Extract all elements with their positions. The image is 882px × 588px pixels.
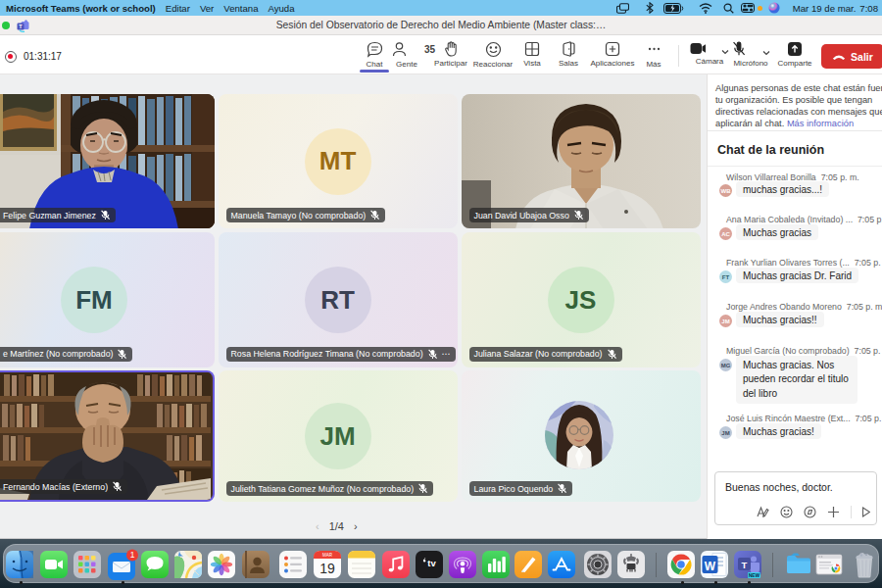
svg-text:NEW: NEW: [749, 572, 760, 578]
svg-text:tv: tv: [427, 558, 436, 568]
svg-text:1: 1: [130, 550, 135, 560]
svg-text:T: T: [742, 560, 748, 570]
svg-text:19: 19: [319, 561, 335, 576]
svg-text:W: W: [705, 560, 716, 573]
svg-text:MAR: MAR: [322, 553, 333, 558]
